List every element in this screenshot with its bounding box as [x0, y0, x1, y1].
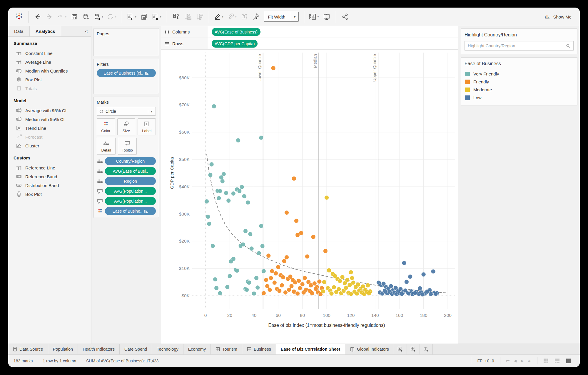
- marks-button-detail[interactable]: Detail: [97, 138, 116, 155]
- forward-arrow-button: [44, 11, 55, 23]
- pin-button[interactable]: [250, 11, 262, 23]
- sheet-tab-care-spend[interactable]: Care Spend: [120, 344, 152, 354]
- sidebar-item-cluster[interactable]: Cluster: [14, 141, 91, 150]
- tab-data[interactable]: Data: [8, 26, 30, 36]
- back-arrow-button[interactable]: [32, 11, 43, 23]
- new-worksheet-button[interactable]: ▼: [126, 11, 138, 23]
- legend-item-moderate[interactable]: Moderate: [465, 86, 574, 94]
- svg-text:Upper Quartile: Upper Quartile: [372, 54, 377, 82]
- prev-page-icon[interactable]: ◀: [514, 359, 517, 363]
- sheet-tab-economy[interactable]: Economy: [183, 344, 211, 354]
- columns-pill[interactable]: AVG(Ease of Business): [212, 28, 260, 36]
- box-plot-icon: [16, 77, 21, 82]
- pill-label: AVG(Population ..: [114, 189, 147, 194]
- rows-shelf[interactable]: AVG(GDP per Capita): [208, 38, 458, 49]
- chevron-down-icon: ▼: [291, 12, 296, 21]
- sidebar-item-label: Reference Line: [25, 165, 55, 170]
- legend-item-friendly[interactable]: Friendly: [465, 78, 574, 86]
- highlight-search[interactable]: [465, 41, 574, 51]
- color-legend-card: Ease of Business Very Friendly Friendly …: [461, 57, 577, 105]
- sidebar-item-trend-line[interactable]: Trend Line: [14, 124, 91, 132]
- legend-swatch: [465, 72, 470, 76]
- highlight-pen-button[interactable]: ▼: [213, 11, 225, 23]
- sidebar-collapse-button[interactable]: <: [81, 29, 91, 34]
- mark-pill[interactable]: Ease of Busine..: [105, 207, 156, 215]
- sidebar-item-average-with-95-ci[interactable]: Average with 95% CI: [14, 106, 91, 115]
- fit-select[interactable]: Fit Width▼: [264, 12, 299, 22]
- sidebar-item-median-with-95-ci[interactable]: Median with 95% CI: [14, 115, 91, 124]
- sheet-tab-business[interactable]: Business: [242, 344, 276, 354]
- tab-analytics[interactable]: Analytics: [30, 26, 61, 36]
- sheet-tab-technology[interactable]: Technology: [152, 344, 183, 354]
- sheet-tab-ease-of-biz-correlation-sheet[interactable]: Ease of Biz Correlation Sheet: [276, 344, 345, 354]
- show-me-button[interactable]: Show Me: [541, 12, 574, 22]
- next-page-icon[interactable]: ▶: [521, 359, 524, 363]
- sidebar-item-box-plot[interactable]: Box Plot: [14, 190, 91, 199]
- sidebar-item-constant-line[interactable]: Constant Line: [14, 49, 91, 58]
- sidebar-item-average-line[interactable]: Average Line: [14, 58, 91, 66]
- new-dashboard-plus-button[interactable]: [407, 344, 420, 354]
- share-button[interactable]: [340, 11, 351, 23]
- rows-pill[interactable]: AVG(GDP per Capita): [212, 40, 258, 48]
- legend-item-very-friendly[interactable]: Very Friendly: [465, 70, 574, 78]
- highlight-search-input[interactable]: [468, 43, 566, 48]
- show-tabs-icon[interactable]: [543, 358, 550, 364]
- last-page-icon[interactable]: ⏭: [528, 359, 531, 363]
- svg-text:80: 80: [300, 313, 305, 318]
- marks-button-color[interactable]: Color: [97, 118, 115, 135]
- mark-pill[interactable]: AVG(Ease of Busi..: [105, 167, 156, 175]
- show-me-label: Show Me: [553, 14, 572, 19]
- sidebar-item-median-with-quartiles[interactable]: Median with Quartiles: [14, 66, 91, 75]
- marks-button-size[interactable]: Size: [117, 118, 136, 135]
- legend-item-low[interactable]: Low: [465, 94, 574, 102]
- new-story-plus-button[interactable]: [420, 344, 433, 354]
- dashboard-icon: [350, 347, 355, 352]
- average-line-icon: [16, 60, 22, 65]
- new-worksheet-plus-button[interactable]: [394, 344, 407, 354]
- show-mark-labels-button[interactable]: ▼: [308, 11, 320, 23]
- mark-pill[interactable]: Region: [105, 177, 156, 185]
- color-dots-icon: [97, 208, 103, 214]
- mark-pill[interactable]: Country/Region: [105, 157, 156, 165]
- legend-swatch: [465, 95, 470, 100]
- scatter-plot[interactable]: Lower QuartileMedianUpper Quartile020406…: [161, 50, 458, 344]
- duplicate-sheet-button[interactable]: [139, 11, 150, 23]
- svg-text:Lower Quartile: Lower Quartile: [257, 54, 262, 82]
- pages-shelf[interactable]: Pages: [93, 28, 159, 56]
- swap-rows-columns-button[interactable]: [171, 11, 182, 23]
- pause-updates-button[interactable]: ▼: [92, 11, 105, 23]
- add-data-button[interactable]: [81, 11, 92, 23]
- sheet-tab-population[interactable]: Population: [48, 344, 78, 354]
- median-quartiles-icon: [16, 117, 22, 122]
- chevron-down-icon: ▼: [64, 15, 67, 18]
- show-sheet-icon[interactable]: [566, 358, 572, 364]
- sheet-tab-health-indicators[interactable]: Health Indicators: [78, 344, 120, 354]
- duplicate-sheet-icon: [141, 13, 148, 20]
- new-dashboard-icon: [410, 347, 416, 352]
- columns-shelf[interactable]: AVG(Ease of Business): [208, 26, 458, 38]
- mark-type-dropdown[interactable]: Circle ▼: [97, 107, 156, 116]
- sidebar-item-distribution-band[interactable]: Distribution Band: [14, 181, 91, 190]
- sidebar-item-label: Average Line: [25, 60, 51, 65]
- show-mark-labels-icon: [309, 13, 316, 20]
- sheet-tab-global-indicators[interactable]: Global Indicators: [345, 344, 394, 354]
- show-filmstrip-icon[interactable]: [554, 358, 561, 364]
- sidebar-item-box-plot[interactable]: Box Plot: [14, 75, 91, 84]
- tableau-logo-button[interactable]: [14, 11, 25, 23]
- first-page-icon[interactable]: ⏮: [506, 359, 510, 363]
- filter-pill[interactable]: Ease of Business (cl..: [97, 69, 156, 77]
- clear-sheet-button[interactable]: ▼: [151, 11, 163, 23]
- mark-pill[interactable]: AVG(Population ..: [105, 187, 156, 195]
- presentation-mode-button[interactable]: [321, 11, 332, 23]
- sheet-tab-data-source[interactable]: Data Source: [8, 344, 48, 354]
- sidebar-item-reference-band[interactable]: Reference Band: [14, 172, 91, 181]
- marks-button-tooltip[interactable]: Tooltip: [118, 138, 137, 155]
- sheet-tab-tourism[interactable]: Tourism: [211, 344, 242, 354]
- sidebar-item-reference-line[interactable]: Reference Line: [14, 163, 91, 172]
- filters-shelf[interactable]: Filters Ease of Business (cl..: [93, 59, 159, 94]
- mark-pill[interactable]: AVG(Population ..: [105, 197, 156, 205]
- save-button[interactable]: [69, 11, 80, 23]
- sidebar-item-label: Totals: [25, 86, 37, 91]
- legend-swatch: [465, 88, 470, 92]
- marks-button-label[interactable]: Label: [138, 118, 156, 135]
